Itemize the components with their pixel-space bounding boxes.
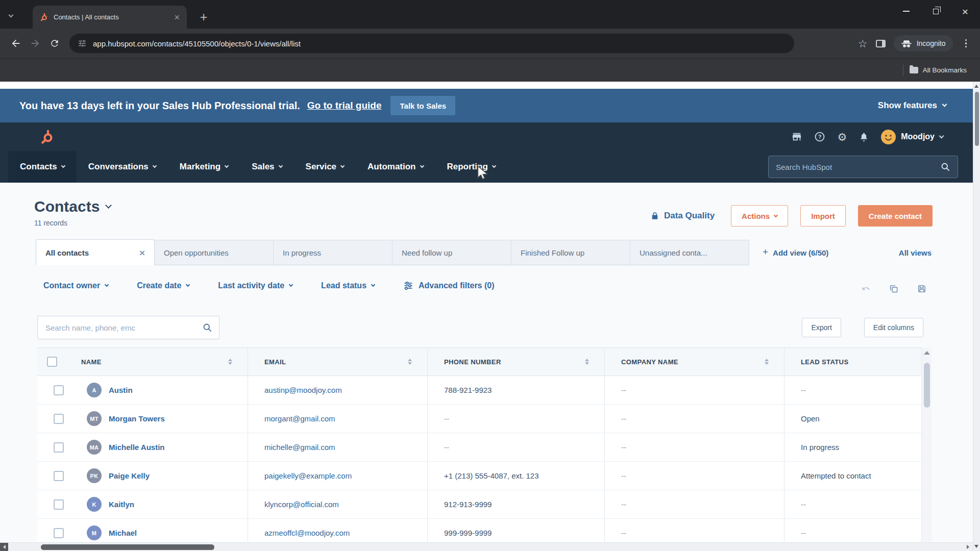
nav-item-sales[interactable]: Sales [240, 151, 293, 183]
nav-item-automation[interactable]: Automation [356, 151, 435, 183]
refresh-button[interactable] [45, 34, 64, 53]
sort-icon[interactable] [585, 359, 589, 365]
scroll-up-arrow[interactable] [924, 351, 930, 355]
contact-name-link[interactable]: Kaitlyn [109, 500, 134, 509]
side-panel-icon[interactable] [876, 40, 886, 47]
tab-close-icon[interactable]: × [174, 13, 180, 22]
create-contact-button[interactable]: Create contact [858, 205, 933, 227]
hubspot-logo[interactable] [40, 129, 55, 144]
marketplace-icon[interactable] [791, 131, 802, 142]
contact-email-link[interactable]: austinp@moodjoy.com [264, 386, 342, 394]
contact-name-link[interactable]: Morgan Towers [109, 414, 165, 423]
hubspot-search[interactable] [768, 156, 958, 178]
site-info-icon[interactable] [78, 39, 87, 48]
nav-item-service[interactable]: Service [294, 151, 356, 183]
all-views-button[interactable]: All views [899, 240, 932, 265]
scrollbar-thumb[interactable] [924, 363, 930, 408]
undo-button[interactable] [856, 279, 875, 298]
select-all-checkbox[interactable] [47, 357, 57, 367]
all-bookmarks-button[interactable]: All Bookmarks [910, 66, 967, 74]
column-header-lead-status[interactable]: LEAD STATUS [785, 348, 921, 375]
contact-email-link[interactable]: paigekelly@example.com [264, 471, 352, 480]
view-tab-unassigned[interactable]: Unassigned conta... [630, 240, 749, 265]
window-restore-button[interactable] [921, 0, 950, 22]
contact-name-link[interactable]: Michelle Austin [109, 443, 164, 452]
filter-create-date[interactable]: Create date [137, 281, 189, 290]
scroll-up-arrow[interactable] [974, 85, 978, 88]
table-search[interactable] [37, 316, 219, 339]
clone-view-button[interactable] [884, 279, 903, 298]
tab-search-button[interactable] [9, 10, 13, 19]
bookmark-star-icon[interactable]: ☆ [858, 38, 868, 49]
contact-email-link[interactable]: michelle@gmail.com [264, 443, 335, 452]
filter-last-activity-date[interactable]: Last activity date [218, 281, 292, 290]
window-close-button[interactable]: × [950, 0, 980, 22]
nav-item-conversations[interactable]: Conversations [77, 151, 168, 183]
forward-button[interactable] [26, 34, 45, 53]
actions-button[interactable]: Actions [731, 205, 788, 227]
nav-item-marketing[interactable]: Marketing [168, 151, 240, 183]
contact-name-link[interactable]: Paige Kelly [109, 471, 150, 480]
hubspot-search-input[interactable] [776, 163, 940, 171]
column-header-phone[interactable]: PHONE NUMBER [428, 348, 605, 375]
help-icon[interactable]: ? [814, 131, 825, 142]
sort-icon[interactable] [765, 359, 769, 365]
view-tab-need-follow-up[interactable]: Need follow up [393, 240, 511, 265]
chevron-down-icon[interactable] [105, 202, 112, 209]
add-view-button[interactable]: + Add view (6/50) [763, 240, 828, 265]
scroll-left-arrow[interactable] [0, 543, 8, 551]
table-vertical-scrollbar[interactable] [921, 347, 932, 542]
scrollbar-thumb[interactable] [41, 544, 214, 550]
contact-name-link[interactable]: Austin [109, 386, 133, 394]
row-checkbox[interactable] [54, 528, 64, 538]
trial-guide-link[interactable]: Go to trial guide [307, 100, 382, 111]
export-button[interactable]: Export [802, 318, 841, 337]
column-header-name[interactable]: NAME [69, 348, 248, 375]
notifications-bell-icon[interactable] [859, 132, 869, 142]
edit-columns-button[interactable]: Edit columns [864, 318, 923, 337]
filter-lead-status[interactable]: Lead status [321, 281, 375, 290]
nav-item-contacts[interactable]: Contacts [8, 151, 77, 183]
row-checkbox[interactable] [54, 471, 64, 481]
advanced-filters-button[interactable]: Advanced filters (0) [403, 281, 494, 291]
search-icon[interactable] [202, 322, 212, 333]
talk-to-sales-button[interactable]: Talk to Sales [390, 96, 455, 115]
view-tab-open-opportunities[interactable]: Open opportunities [155, 240, 274, 265]
browser-menu-icon[interactable] [961, 39, 971, 48]
filter-contact-owner[interactable]: Contact owner [43, 281, 108, 290]
save-view-button[interactable] [912, 279, 932, 298]
view-tab-all-contacts[interactable]: All contacts × [36, 239, 155, 265]
sort-icon[interactable] [408, 359, 412, 365]
view-tab-in-progress[interactable]: In progress [274, 240, 393, 265]
address-bar[interactable]: app.hubspot.com/contacts/45105500/object… [69, 34, 794, 53]
view-tab-finished-follow-up[interactable]: Finished Follow up [511, 240, 630, 265]
account-menu[interactable]: Moodjoy [881, 130, 943, 144]
browser-tab[interactable]: Contacts | All contacts × [33, 6, 187, 29]
row-checkbox[interactable] [54, 385, 64, 395]
window-minimize-button[interactable] [891, 0, 921, 22]
row-checkbox[interactable] [54, 414, 64, 424]
new-tab-button[interactable]: + [196, 9, 211, 24]
data-quality-button[interactable]: Data Quality [650, 211, 715, 221]
column-header-email[interactable]: EMAIL [248, 348, 428, 375]
import-button[interactable]: Import [800, 205, 846, 227]
scroll-right-arrow[interactable] [964, 543, 972, 551]
contact-name-link[interactable]: Michael [109, 529, 137, 537]
search-icon[interactable] [940, 162, 950, 172]
nav-item-reporting[interactable]: Reporting [435, 151, 507, 183]
column-header-company[interactable]: COMPANY NAME [605, 348, 785, 375]
close-view-icon[interactable]: × [139, 248, 145, 258]
scrollbar-thumb[interactable] [975, 92, 979, 146]
contact-email-link[interactable]: klyncorp@official.com [264, 500, 339, 509]
table-search-input[interactable] [45, 323, 202, 332]
back-button[interactable] [6, 34, 26, 53]
contact-email-link[interactable]: morgant@gmail.com [264, 414, 335, 423]
sort-icon[interactable] [228, 359, 232, 365]
contact-email-link[interactable]: azmeoffcl@moodjoy.com [264, 529, 350, 537]
row-checkbox[interactable] [54, 442, 64, 453]
show-features-button[interactable]: Show features [878, 101, 946, 111]
page-vertical-scrollbar[interactable] [973, 82, 980, 551]
row-checkbox[interactable] [54, 499, 64, 510]
horizontal-scrollbar[interactable] [0, 542, 973, 551]
scroll-down-arrow[interactable] [974, 545, 978, 548]
